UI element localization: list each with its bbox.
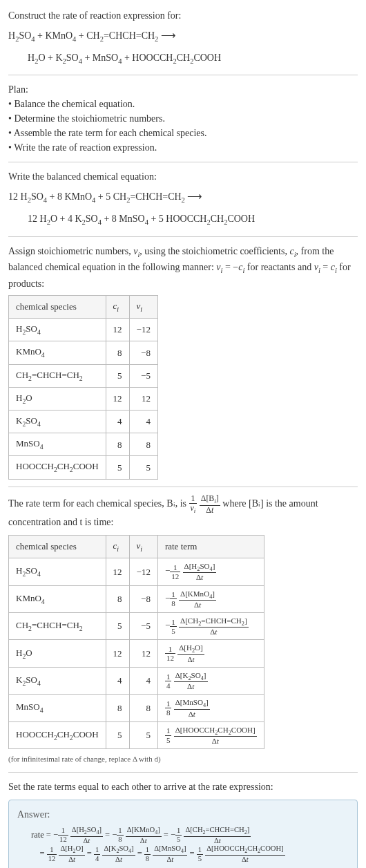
rate-cell: −112 Δ[H2SO4]Δt: [157, 558, 264, 585]
table-header: chemical species: [9, 535, 106, 558]
rate-cell: 15 Δ[HOOCCH2CH2COOH]Δt: [157, 721, 264, 748]
rate-cell: −15 Δ[CH2=CHCH=CH2]Δt: [157, 613, 264, 640]
rate-note: (for infinitesimal rate of change, repla…: [8, 753, 358, 765]
species-cell: CH2=CHCH=CH2: [9, 364, 106, 387]
c-cell: 12: [106, 387, 129, 410]
c-cell: 12: [106, 558, 129, 585]
v-cell: 8: [129, 695, 157, 721]
rate-cell: 112 Δ[H2O]Δt: [157, 640, 264, 667]
species-cell: K2SO4: [9, 667, 106, 694]
v-cell: −5: [129, 364, 157, 387]
divider: [8, 236, 358, 237]
divider: [8, 487, 358, 487]
divider: [8, 75, 358, 75]
c-cell: 5: [106, 721, 129, 748]
table-row: KMnO48−8−18 Δ[KMnO4]Δt: [9, 585, 264, 612]
v-cell: −8: [129, 585, 157, 612]
table-header: ci: [106, 535, 129, 558]
answer-box: Answer: rate = −112 Δ[H2SO4]Δt = −18 Δ[K…: [8, 800, 358, 868]
c-cell: 5: [106, 613, 129, 640]
intro-reactants: H2SO4 + KMnO4 + CH2=CHCH=CH2 ⟶: [8, 26, 358, 46]
c-cell: 5: [106, 456, 129, 479]
balanced-heading: Write the balanced chemical equation:: [8, 169, 358, 184]
rate-intro-section: The rate term for each chemical species,…: [8, 494, 358, 529]
intro-prompt: Construct the rate of reaction expressio…: [8, 8, 358, 23]
plan-item: Assemble the rate term for each chemical…: [8, 126, 358, 140]
plan-list: Balance the chemical equation. Determine…: [8, 97, 358, 155]
c-cell: 4: [106, 667, 129, 694]
table-row: K2SO444: [9, 410, 158, 433]
v-cell: 12: [129, 387, 157, 410]
v-cell: 4: [129, 667, 157, 694]
species-cell: H2SO4: [9, 558, 106, 585]
table-row: K2SO44414 Δ[K2SO4]Δt: [9, 667, 264, 694]
stoich-table: chemical species ci νi H2SO412−12KMnO48−…: [8, 295, 158, 480]
stoich-text: Assign stoichiometric numbers, νi, using…: [8, 244, 358, 291]
rate-cell: 18 Δ[MnSO4]Δt: [157, 695, 264, 721]
answer-expression: rate = −112 Δ[H2SO4]Δt = −18 Δ[KMnO4]Δt …: [17, 826, 349, 864]
v-cell: 8: [129, 433, 157, 456]
c-cell: 12: [106, 319, 129, 341]
balanced-reactants: 12 H2SO4 + 8 KMnO4 + 5 CH2=CHCH=CH2 ⟶: [8, 187, 358, 207]
v-cell: 5: [129, 721, 157, 748]
c-cell: 8: [106, 341, 129, 364]
c-cell: 8: [106, 585, 129, 612]
intro-section: Construct the rate of reaction expressio…: [8, 8, 358, 68]
table-header: ci: [106, 295, 129, 318]
divider: [8, 162, 358, 162]
species-cell: KMnO4: [9, 341, 106, 364]
species-cell: CH2=CHCH=CH2: [9, 613, 106, 640]
plan-item: Balance the chemical equation.: [8, 97, 358, 111]
plan-item: Determine the stoichiometric numbers.: [8, 111, 358, 126]
c-cell: 4: [106, 410, 129, 433]
intro-products: H2O + K2SO4 + MnSO4 + HOOCCH2CH2COOH: [8, 49, 358, 68]
table-row: MnSO488: [9, 433, 158, 456]
v-cell: −12: [129, 319, 157, 341]
species-cell: MnSO4: [9, 695, 106, 721]
plan-heading: Plan:: [8, 82, 358, 97]
rate-intro-a: The rate term for each chemical species,…: [8, 498, 189, 509]
species-cell: K2SO4: [9, 410, 106, 433]
table-header: νi: [129, 295, 157, 318]
rate-cell: −18 Δ[KMnO4]Δt: [157, 585, 264, 612]
species-cell: MnSO4: [9, 433, 106, 456]
rate-intro-frac1: 1νi: [189, 494, 198, 515]
stoich-section: Assign stoichiometric numbers, νi, using…: [8, 244, 358, 480]
species-cell: KMnO4: [9, 585, 106, 612]
c-cell: 8: [106, 695, 129, 721]
species-cell: H2SO4: [9, 319, 106, 341]
c-cell: 12: [106, 640, 129, 667]
rate-table: chemical species ci νi rate term H2SO412…: [8, 535, 264, 749]
table-header: νi: [129, 535, 157, 558]
table-row: CH2=CHCH=CH25−5: [9, 364, 158, 387]
v-cell: −12: [129, 558, 157, 585]
table-row: MnSO48818 Δ[MnSO4]Δt: [9, 695, 264, 721]
c-cell: 5: [106, 364, 129, 387]
rate-cell: 14 Δ[K2SO4]Δt: [157, 667, 264, 694]
divider: [8, 772, 358, 773]
v-cell: 4: [129, 410, 157, 433]
table-row: H2O1212112 Δ[H2O]Δt: [9, 640, 264, 667]
table-row: H2SO412−12−112 Δ[H2SO4]Δt: [9, 558, 264, 585]
balanced-section: Write the balanced chemical equation: 12…: [8, 169, 358, 229]
species-cell: H2O: [9, 640, 106, 667]
species-cell: HOOCCH2CH2COOH: [9, 721, 106, 748]
table-row: HOOCCH2CH2COOH55: [9, 456, 158, 479]
plan-section: Plan: Balance the chemical equation. Det…: [8, 82, 358, 155]
v-cell: −5: [129, 613, 157, 640]
table-header: chemical species: [9, 295, 106, 318]
final-heading: Set the rate terms equal to each other t…: [8, 780, 358, 794]
species-cell: HOOCCH2CH2COOH: [9, 456, 106, 479]
answer-label: Answer:: [17, 807, 349, 822]
rate-intro-frac2: Δ[Bi]Δt: [200, 494, 220, 515]
plan-item: Write the rate of reaction expression.: [8, 140, 358, 155]
table-row: H2SO412−12: [9, 319, 158, 341]
species-cell: H2O: [9, 387, 106, 410]
table-row: KMnO48−8: [9, 341, 158, 364]
v-cell: −8: [129, 341, 157, 364]
table-row: H2O1212: [9, 387, 158, 410]
balanced-products: 12 H2O + 4 K2SO4 + 8 MnSO4 + 5 HOOCCH2CH…: [8, 210, 358, 229]
c-cell: 8: [106, 433, 129, 456]
v-cell: 5: [129, 456, 157, 479]
v-cell: 12: [129, 640, 157, 667]
